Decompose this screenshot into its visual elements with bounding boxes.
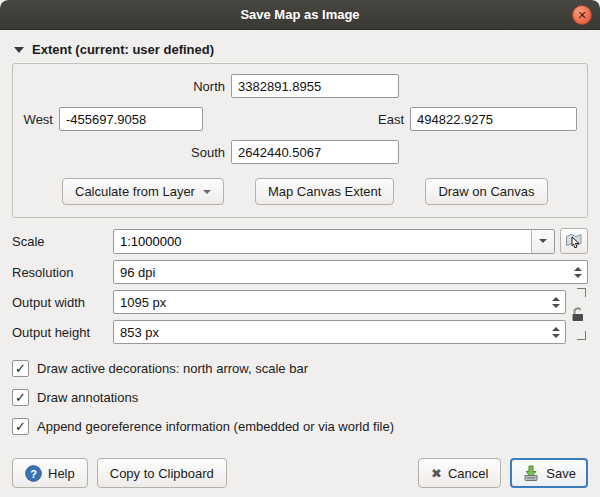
output-size-section: Output width Output height xyxy=(12,284,588,344)
scale-row: Scale xyxy=(12,228,588,254)
append-georeference-option[interactable]: ✓ Append georeference information (embed… xyxy=(12,418,588,435)
cancel-button[interactable]: ✖ Cancel xyxy=(418,458,501,488)
output-height-row: Output height xyxy=(12,320,566,344)
calculate-from-layer-label: Calculate from Layer xyxy=(75,184,195,199)
west-group: West xyxy=(23,107,203,131)
chevron-down-icon xyxy=(539,239,547,243)
north-label: North xyxy=(23,79,231,94)
checkmark-icon: ✓ xyxy=(15,362,26,375)
draw-decorations-label: Draw active decorations: north arrow, sc… xyxy=(37,361,308,376)
spin-up-icon xyxy=(552,327,560,331)
output-width-row: Output width xyxy=(12,290,566,314)
lock-bracket-bottom xyxy=(577,331,586,340)
output-height-input[interactable] xyxy=(113,320,566,344)
extent-group-title: Extent (current: user defined) xyxy=(32,42,214,57)
save-label: Save xyxy=(546,466,576,481)
resolution-input[interactable] xyxy=(113,260,588,284)
output-height-spinbox[interactable] xyxy=(113,320,566,344)
copy-to-clipboard-label: Copy to Clipboard xyxy=(110,466,214,481)
south-label: South xyxy=(23,145,231,160)
extent-west-east-row: West East xyxy=(23,107,577,131)
checkmark-icon: ✓ xyxy=(15,391,26,404)
west-input[interactable] xyxy=(59,107,203,131)
dialog-button-box: ? Help Copy to Clipboard ✖ Cancel Save xyxy=(12,458,588,497)
collapse-triangle-icon xyxy=(14,47,24,53)
output-height-label: Output height xyxy=(12,325,113,340)
spin-down-icon xyxy=(574,274,582,278)
output-height-spin-arrows[interactable] xyxy=(552,320,560,344)
dialog-content: Extent (current: user defined) North Wes… xyxy=(0,30,600,497)
cancel-label: Cancel xyxy=(448,466,488,481)
output-width-spin-arrows[interactable] xyxy=(552,290,560,314)
title-bar: Save Map as Image ✕ xyxy=(0,0,600,30)
east-input[interactable] xyxy=(410,107,577,131)
draw-annotations-option[interactable]: ✓ Draw annotations xyxy=(12,389,588,406)
east-group: East xyxy=(378,107,577,131)
scale-combobox[interactable] xyxy=(113,229,555,254)
map-canvas-extent-label: Map Canvas Extent xyxy=(268,184,381,199)
spin-up-icon xyxy=(574,267,582,271)
extent-group-header[interactable]: Extent (current: user defined) xyxy=(14,42,588,57)
scale-input[interactable] xyxy=(114,230,531,253)
extent-group-box: North West East South Calculate fro xyxy=(12,63,588,218)
set-scale-from-canvas-button[interactable] xyxy=(560,228,588,254)
aspect-ratio-lock[interactable] xyxy=(570,288,586,340)
unlocked-padlock-icon xyxy=(571,306,585,322)
extent-south-row: South xyxy=(23,140,577,164)
dropdown-arrow-icon xyxy=(203,190,211,194)
output-width-input[interactable] xyxy=(113,290,566,314)
draw-on-canvas-label: Draw on Canvas xyxy=(438,184,534,199)
extent-buttons-row: Calculate from Layer Map Canvas Extent D… xyxy=(23,178,577,205)
close-icon: ✕ xyxy=(577,10,586,21)
scale-dropdown-button[interactable] xyxy=(531,230,554,253)
extent-north-row: North xyxy=(23,74,577,98)
save-icon xyxy=(522,464,540,482)
save-map-as-image-dialog: Save Map as Image ✕ Extent (current: use… xyxy=(0,0,600,497)
resolution-spin-arrows[interactable] xyxy=(574,260,582,284)
map-canvas-extent-button[interactable]: Map Canvas Extent xyxy=(255,178,394,205)
help-label: Help xyxy=(48,466,75,481)
append-georeference-label: Append georeference information (embedde… xyxy=(37,419,394,434)
east-label: East xyxy=(378,112,410,127)
window-title: Save Map as Image xyxy=(240,7,359,22)
west-label: West xyxy=(23,112,59,127)
map-cursor-icon xyxy=(565,232,583,250)
resolution-row: Resolution xyxy=(12,260,588,284)
spin-down-icon xyxy=(552,304,560,308)
save-button[interactable]: Save xyxy=(510,458,588,488)
svg-text:?: ? xyxy=(30,467,37,479)
output-width-label: Output width xyxy=(12,295,113,310)
draw-on-canvas-button[interactable]: Draw on Canvas xyxy=(425,178,547,205)
checkmark-icon: ✓ xyxy=(15,420,26,433)
resolution-label: Resolution xyxy=(12,265,113,280)
scale-label: Scale xyxy=(12,234,113,249)
help-button[interactable]: ? Help xyxy=(12,458,88,488)
close-button[interactable]: ✕ xyxy=(572,5,592,25)
draw-decorations-checkbox[interactable]: ✓ xyxy=(12,360,29,377)
resolution-spinbox[interactable] xyxy=(113,260,588,284)
cancel-x-icon: ✖ xyxy=(431,466,442,481)
lock-bracket-top xyxy=(577,288,586,297)
copy-to-clipboard-button[interactable]: Copy to Clipboard xyxy=(97,458,227,488)
output-width-spinbox[interactable] xyxy=(113,290,566,314)
draw-decorations-option[interactable]: ✓ Draw active decorations: north arrow, … xyxy=(12,360,588,377)
spin-down-icon xyxy=(552,334,560,338)
south-input[interactable] xyxy=(231,140,399,164)
draw-annotations-label: Draw annotations xyxy=(37,390,138,405)
spin-up-icon xyxy=(552,297,560,301)
append-georeference-checkbox[interactable]: ✓ xyxy=(12,418,29,435)
north-input[interactable] xyxy=(231,74,399,98)
draw-annotations-checkbox[interactable]: ✓ xyxy=(12,389,29,406)
help-question-icon: ? xyxy=(25,465,42,482)
calculate-from-layer-button[interactable]: Calculate from Layer xyxy=(62,178,224,205)
